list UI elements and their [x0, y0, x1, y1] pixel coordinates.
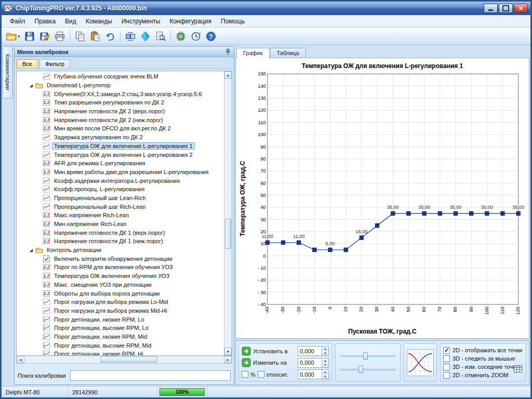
- tree-item[interactable]: Порог нагрузки для выбора режима Lo-Mid: [17, 298, 224, 307]
- menu-item-4[interactable]: Инструменты: [117, 16, 165, 26]
- tree-item[interactable]: Включить алгоритм обнаружения детонации: [17, 254, 224, 263]
- change-by-input[interactable]: [298, 358, 322, 367]
- title-bar[interactable]: ChipTuningPRO ver.7.4.3.925 - A0000000.b…: [2, 2, 530, 15]
- tree-item[interactable]: Порог детонации, низкие RPM, Hi: [17, 350, 224, 355]
- display-option-0[interactable]: 2D - отображать все точки: [443, 346, 510, 354]
- tree-item[interactable]: 1.2Порог по RPM для включения обучения У…: [17, 263, 224, 272]
- tree-item[interactable]: 1.2Мин.время работы двиг.для разрешения …: [17, 168, 224, 177]
- menu-item-2[interactable]: Вид: [61, 16, 81, 26]
- save-icon[interactable]: [22, 29, 37, 44]
- display-option-1[interactable]: 3D - следить за мышью: [443, 354, 510, 363]
- tree-item[interactable]: Порог детонации, высокие RPM, Mid: [17, 341, 224, 350]
- tree-item[interactable]: 1.2Напряжение готовности ДК 2 (верх.поро…: [17, 107, 224, 116]
- help-icon[interactable]: ?: [204, 29, 218, 44]
- menu-item-6[interactable]: Помощь: [217, 16, 249, 26]
- percent-checkbox[interactable]: [242, 371, 248, 378]
- scroll-thumb[interactable]: [225, 219, 231, 249]
- scroll-left-icon[interactable]: [17, 356, 24, 363]
- display-option-3[interactable]: 2D - отменить ZOOM: [443, 371, 510, 379]
- tree-item[interactable]: Температура ОЖ для включения L-регулиров…: [17, 142, 224, 151]
- checkbox-icon[interactable]: [443, 364, 450, 370]
- tree-item[interactable]: Пропорциональный шаг Rich-Lean: [17, 202, 224, 211]
- checkbox-icon[interactable]: [443, 372, 450, 379]
- set-to-input[interactable]: [298, 347, 322, 355]
- scroll-right-icon[interactable]: [224, 356, 232, 363]
- paste-icon[interactable]: [88, 29, 102, 44]
- tab-graph[interactable]: График: [236, 48, 270, 58]
- spin-up-icon[interactable]: [322, 370, 328, 375]
- menu-item-0[interactable]: Файл: [6, 16, 30, 26]
- tree-horizontal-scrollbar[interactable]: [16, 356, 232, 364]
- copy-icon[interactable]: [73, 29, 87, 44]
- checkbox-icon[interactable]: [443, 355, 450, 362]
- tree-item[interactable]: Коэфф.пропорц. L-регулирования: [17, 185, 224, 194]
- open-file-icon[interactable]: [4, 29, 22, 44]
- tree-item[interactable]: Коэфф.задержки интегратора L-регулирован…: [17, 176, 224, 185]
- apply-change-icon[interactable]: [242, 358, 251, 367]
- chip-icon[interactable]: [174, 29, 188, 44]
- slider-2[interactable]: [338, 365, 397, 374]
- spin-down-icon[interactable]: [322, 363, 328, 367]
- relative-checkbox[interactable]: [258, 371, 264, 378]
- close-button[interactable]: [514, 4, 528, 13]
- curves-preview-button[interactable]: [407, 349, 434, 376]
- slider-thumb[interactable]: [363, 352, 368, 360]
- table-grid-icon[interactable]: [513, 364, 523, 374]
- scroll-up-icon[interactable]: [224, 71, 232, 79]
- spin-up-icon[interactable]: [322, 347, 328, 351]
- tree-item[interactable]: 1.2Напряжение готовности ДК 2 (ниж.порог…: [17, 115, 224, 124]
- maximize-button[interactable]: [499, 4, 513, 13]
- tree-vertical-scrollbar[interactable]: [224, 71, 232, 355]
- tree-item[interactable]: 1.2Макс.напряжение Rich-Lean: [17, 211, 224, 220]
- tab-filter[interactable]: Фильтр: [39, 59, 70, 69]
- expander-icon[interactable]: [28, 247, 34, 253]
- save-as-icon[interactable]: [37, 29, 52, 44]
- tree-item[interactable]: Задержка регулирования по ДК 2: [17, 133, 224, 142]
- checkbox-icon[interactable]: [443, 347, 450, 354]
- tree-item[interactable]: Глубина обучения соседних ячеек BLM: [17, 72, 224, 81]
- tree-item[interactable]: Порог детонации, низкие RPM, Lo: [17, 315, 224, 324]
- relative-input[interactable]: [298, 370, 322, 379]
- info-icon[interactable]: [138, 29, 153, 44]
- tree-item[interactable]: 1.2Темп.разрешения регулирования по ДК 2: [17, 98, 224, 107]
- pin-icon[interactable]: [225, 48, 231, 56]
- search-input[interactable]: [70, 370, 231, 381]
- tab-table[interactable]: Таблица: [270, 48, 306, 58]
- tree-item[interactable]: 1.2Мин.напряжение Rich-Lean: [17, 220, 224, 229]
- slider-thumb[interactable]: [358, 366, 363, 373]
- tree-item[interactable]: 1.2Мин время после DFCO для вкл.рег.по Д…: [17, 124, 224, 133]
- tab-all[interactable]: Все: [17, 59, 38, 69]
- hscroll-thumb[interactable]: [100, 356, 157, 363]
- tree-item[interactable]: Порог детонации, низкие RPM, Mid: [17, 332, 224, 341]
- spin-up-icon[interactable]: [322, 358, 328, 363]
- apply-set-icon[interactable]: [242, 347, 251, 356]
- find-icon[interactable]: [153, 29, 168, 44]
- hscroll-track[interactable]: [24, 356, 224, 363]
- tree-item[interactable]: Контроль детонации: [17, 246, 224, 255]
- tree-item[interactable]: 1.2Температура ОЖ включения обучения УОЗ: [17, 272, 224, 281]
- menu-item-1[interactable]: Правка: [31, 16, 60, 26]
- menu-item-3[interactable]: Команды: [82, 16, 116, 26]
- tree-item[interactable]: Пропорциональный шаг Lean-Rich: [17, 194, 224, 203]
- comments-tab[interactable]: Комментарии: [3, 46, 13, 98]
- chart-plot[interactable]: 1501401301201101009080706050403020100- 1…: [249, 71, 526, 326]
- spin-down-icon[interactable]: [322, 375, 328, 379]
- history-icon[interactable]: [189, 29, 203, 44]
- expander-icon[interactable]: [28, 83, 34, 88]
- compare-icon[interactable]: [123, 29, 138, 44]
- slider-1[interactable]: [338, 352, 397, 360]
- tree-item[interactable]: 1.2Обороты для выбора порога детонации: [17, 289, 224, 298]
- tree-item[interactable]: Порог нагрузки для выбора режима Mid-Hi: [17, 307, 224, 315]
- tree-item[interactable]: 1.2Напряжение готовности ДК 1 (ниж.порог…: [17, 237, 224, 246]
- tree-item[interactable]: 1.2AFR для режима L-регулирования: [17, 159, 224, 168]
- tree-item[interactable]: 1.2Обучение(0:ХХ,1:замедл.2:стац.3:мал.у…: [17, 89, 224, 98]
- scroll-track[interactable]: [224, 79, 232, 348]
- spin-down-icon[interactable]: [322, 351, 328, 356]
- scroll-down-icon[interactable]: [224, 348, 232, 355]
- tree-item[interactable]: 1.2Макс. смещение УОЗ при детонации: [17, 281, 224, 289]
- tree-item[interactable]: Температура ОЖ для включения L-регулиров…: [17, 150, 224, 159]
- print-icon[interactable]: [52, 29, 67, 44]
- minimize-button[interactable]: [484, 4, 498, 13]
- tree-item[interactable]: Порог детонации, высокие RPM, Lo: [17, 324, 224, 332]
- undo-icon[interactable]: [103, 29, 117, 44]
